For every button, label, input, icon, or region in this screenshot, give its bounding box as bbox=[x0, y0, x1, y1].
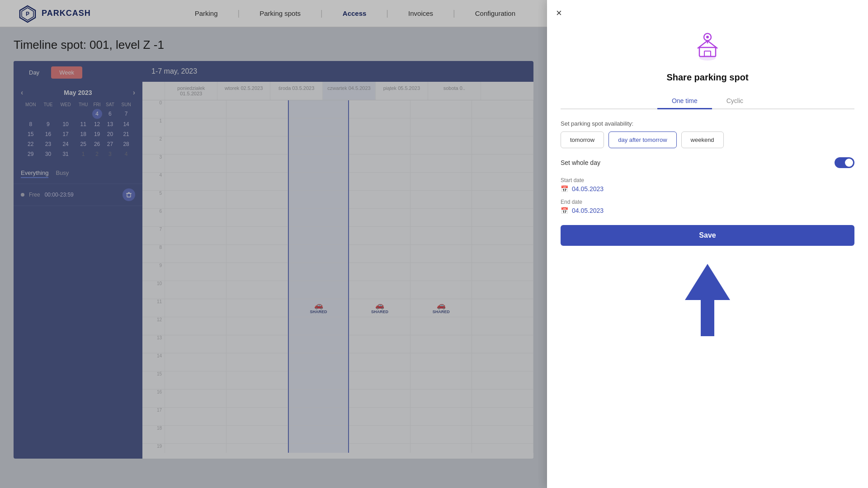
set-whole-day-label: Set whole day bbox=[561, 159, 600, 166]
quick-buttons: tomorrow day after tomorrow weekend bbox=[561, 131, 854, 148]
calendar-header: 1-7 may, 2023 bbox=[142, 61, 533, 82]
day-col-cells-5: 🚗 SHARED bbox=[410, 100, 472, 453]
svg-point-10 bbox=[706, 36, 709, 38]
nav-access[interactable]: Access bbox=[341, 9, 368, 17]
next-month-button[interactable]: › bbox=[133, 89, 135, 97]
shared-label-3: SHARED bbox=[433, 310, 450, 314]
day-after-tomorrow-button[interactable]: day after tomorrow bbox=[609, 131, 676, 148]
logo-icon: P bbox=[18, 4, 37, 23]
car-icon-2: 🚗 bbox=[375, 301, 384, 310]
end-date-calendar-icon: 📅 bbox=[561, 207, 568, 214]
tab-one-time[interactable]: One time bbox=[657, 94, 712, 109]
close-button[interactable]: × bbox=[556, 7, 562, 19]
svg-text:P: P bbox=[26, 11, 29, 17]
start-date-field: Start date 📅 04.05.2023 bbox=[561, 177, 854, 192]
calendar-container: Day Week ‹ May 2023 › MON TUE WED bbox=[14, 61, 533, 459]
calendar-main: 1-7 may, 2023 poniedziałek 01.5.2023 wto… bbox=[142, 61, 533, 459]
panel-icon-wrapper bbox=[689, 27, 726, 65]
end-date-field: End date 📅 04.05.2023 bbox=[561, 199, 854, 214]
calendar-body: 0 1 2 3 4 5 6 7 8 9 10 11 12 13 bbox=[142, 100, 533, 453]
shared-badge-2: 🚗 SHARED bbox=[371, 301, 388, 314]
start-date-calendar-icon: 📅 bbox=[561, 185, 568, 192]
nav-parking[interactable]: Parking bbox=[193, 9, 220, 17]
day-col-cells-1 bbox=[165, 100, 226, 453]
availability-section: Set parking spot availability: tomorrow … bbox=[561, 120, 854, 148]
car-icon-1: 🚗 bbox=[314, 301, 323, 310]
car-icon-3: 🚗 bbox=[437, 301, 446, 310]
date-range: 1-7 may, 2023 bbox=[151, 67, 197, 75]
svg-rect-3 bbox=[127, 193, 131, 197]
event-item: Free 00:00-23:59 bbox=[14, 184, 142, 206]
day-col-cells-2 bbox=[226, 100, 288, 453]
day-col-cells-4: 🚗 SHARED bbox=[349, 100, 410, 453]
shared-label-2: SHARED bbox=[371, 310, 388, 314]
svg-marker-13 bbox=[685, 264, 730, 300]
mini-calendar: ‹ May 2023 › MON TUE WED THU FRI SAT SUN bbox=[14, 84, 142, 164]
day-col-2: wtorek 02.5.2023 bbox=[217, 82, 270, 100]
filter-tabs: Everything Busy bbox=[14, 164, 142, 184]
calendar-sidebar: Day Week ‹ May 2023 › MON TUE WED bbox=[14, 61, 142, 459]
big-arrow bbox=[685, 264, 730, 336]
day-col-cells-3: 🚗 SHARED bbox=[288, 100, 349, 453]
whole-day-toggle[interactable] bbox=[835, 157, 854, 168]
page-content: Timeline spot: 001, level Z -1 Day Week … bbox=[0, 27, 547, 469]
day-col-4: czwartek 04.5.2023 bbox=[323, 82, 375, 100]
end-date-value[interactable]: 📅 04.05.2023 bbox=[561, 207, 854, 214]
view-day-button[interactable]: Day bbox=[21, 66, 47, 79]
shared-badge-1: 🚗 SHARED bbox=[310, 301, 327, 314]
tab-cyclic[interactable]: Cyclic bbox=[712, 94, 758, 109]
navbar: P PARKCASH Parking | Parking spots | Acc… bbox=[0, 0, 547, 27]
page-title: Timeline spot: 001, level Z -1 bbox=[14, 38, 533, 52]
panel-tabs: One time Cyclic bbox=[561, 94, 854, 109]
event-dot bbox=[21, 193, 24, 197]
panel-title: Share parking spot bbox=[666, 72, 748, 83]
logo: P PARKCASH bbox=[18, 4, 91, 23]
trash-icon bbox=[126, 192, 132, 198]
filter-busy[interactable]: Busy bbox=[56, 169, 69, 178]
shared-label-1: SHARED bbox=[310, 310, 327, 314]
day-col-5: piątek 05.5.2023 bbox=[376, 82, 428, 100]
mini-cal-month: May 2023 bbox=[64, 89, 92, 96]
start-date-text: 04.05.2023 bbox=[572, 185, 604, 192]
nav-configuration[interactable]: Configuration bbox=[473, 9, 517, 17]
event-label: Free bbox=[29, 192, 40, 198]
event-delete-button[interactable] bbox=[123, 188, 135, 201]
day-col-3: środa 03.5.2023 bbox=[270, 82, 323, 100]
save-button[interactable]: Save bbox=[561, 225, 854, 246]
parking-location-icon bbox=[689, 27, 726, 63]
day-col-cells-6 bbox=[472, 100, 533, 453]
nav-invoices[interactable]: Invoices bbox=[406, 9, 435, 17]
logo-text: PARKCASH bbox=[42, 9, 91, 18]
mini-cal-grid: MON TUE WED THU FRI SAT SUN bbox=[21, 100, 135, 160]
day-col-6: sobota 0.. bbox=[428, 82, 481, 100]
start-date-label: Start date bbox=[561, 177, 854, 183]
tomorrow-button[interactable]: tomorrow bbox=[561, 131, 604, 148]
end-date-label: End date bbox=[561, 199, 854, 205]
toggle-knob bbox=[845, 159, 853, 167]
weekend-button[interactable]: weekend bbox=[681, 131, 724, 148]
days-header: poniedziałek 01.5.2023 wtorek 02.5.2023 … bbox=[142, 82, 533, 100]
day-columns: 🚗 SHARED 🚗 bbox=[165, 100, 533, 453]
filter-everything[interactable]: Everything bbox=[21, 169, 48, 178]
view-week-button[interactable]: Week bbox=[51, 66, 82, 79]
start-date-value[interactable]: 📅 04.05.2023 bbox=[561, 185, 854, 192]
end-date-text: 04.05.2023 bbox=[572, 207, 604, 214]
svg-rect-12 bbox=[701, 300, 714, 336]
share-panel: × Share parking spot One time Cyclic Set… bbox=[547, 0, 868, 488]
event-time: 00:00-23:59 bbox=[45, 192, 74, 198]
time-column: 0 1 2 3 4 5 6 7 8 9 10 11 12 13 bbox=[142, 100, 165, 453]
view-toggle: Day Week bbox=[14, 61, 142, 84]
nav-parking-spots[interactable]: Parking spots bbox=[258, 9, 302, 17]
up-arrow-icon bbox=[685, 264, 730, 336]
set-whole-day-row: Set whole day bbox=[561, 157, 854, 168]
availability-label: Set parking spot availability: bbox=[561, 120, 854, 127]
navbar-links: Parking | Parking spots | Access | Invoi… bbox=[181, 9, 529, 18]
day-col-1: poniedziałek 01.5.2023 bbox=[165, 82, 217, 100]
prev-month-button[interactable]: ‹ bbox=[21, 89, 23, 97]
shared-badge-3: 🚗 SHARED bbox=[433, 301, 450, 314]
